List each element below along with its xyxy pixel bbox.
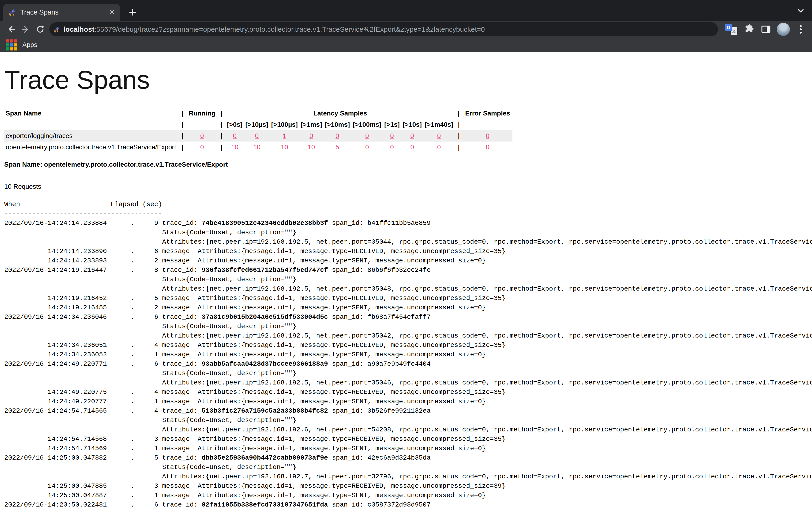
tab-search-chevron-icon[interactable] <box>797 8 805 14</box>
url-host: localhost <box>63 25 94 33</box>
summary-header-row: Span Name | Running | Latency Samples | … <box>4 108 512 119</box>
menu-kebab-icon[interactable] <box>793 22 808 37</box>
latency-count-cell: 0 <box>423 142 455 153</box>
empty-cell <box>463 119 512 130</box>
sample-count-link[interactable]: 0 <box>437 132 441 139</box>
column-divider: | <box>455 108 463 119</box>
column-divider: | <box>455 142 463 153</box>
col-running: Running <box>187 108 217 119</box>
latency-bucket-label: [>1m40s] <box>423 119 455 130</box>
latency-count-cell: 10 <box>225 142 244 153</box>
span-summary-row: exporter/logging/traces|0|001000000|0 <box>4 130 512 142</box>
url-bar[interactable]: localhost:55679/debug/tracez?zspanname=o… <box>49 22 718 36</box>
sample-count-link[interactable]: 10 <box>253 144 261 151</box>
sample-count-link[interactable]: 0 <box>365 132 369 139</box>
latency-count-cell: 10 <box>299 142 323 153</box>
sample-count-link[interactable]: 0 <box>365 144 369 151</box>
latency-count-cell: 0 <box>225 130 244 142</box>
column-divider: | <box>217 119 225 130</box>
tab-close-icon[interactable]: ✕ <box>109 8 115 16</box>
col-latency-samples: Latency Samples <box>225 108 455 119</box>
error-count-cell: 0 <box>463 130 512 142</box>
sample-count-link[interactable]: 0 <box>486 132 490 139</box>
trace-id: dbb35e25936a90b4472cabb89073af9e <box>202 454 328 461</box>
latency-count-cell: 0 <box>351 142 383 153</box>
apps-grid-dot <box>14 47 17 50</box>
apps-grid-dot <box>10 40 13 43</box>
apps-grid-dot <box>6 47 9 50</box>
side-panel-icon[interactable] <box>758 22 773 37</box>
sample-count-link[interactable]: 5 <box>336 144 339 151</box>
sample-count-link[interactable]: 0 <box>200 132 204 139</box>
latency-count-cell: 1 <box>270 130 299 142</box>
sample-count-link[interactable]: 10 <box>281 144 288 151</box>
telescope-favicon <box>8 8 16 16</box>
latency-count-cell: 0 <box>401 130 423 142</box>
span-summary-row: opentelemetry.proto.collector.trace.v1.T… <box>4 142 512 153</box>
error-count-cell: 0 <box>463 142 512 153</box>
bucket-header-row: ||[>0s][>10µs][>100µs][>1ms][>10ms][>100… <box>4 119 512 130</box>
sample-count-link[interactable]: 0 <box>390 132 394 139</box>
sample-count-link[interactable]: 10 <box>308 144 315 151</box>
sample-count-link[interactable]: 0 <box>410 132 414 139</box>
extensions-puzzle-icon[interactable] <box>741 22 756 37</box>
profile-avatar[interactable] <box>776 22 791 37</box>
url-path: :55679/debug/tracez?zspanname=openteleme… <box>94 25 485 33</box>
forward-button[interactable] <box>18 22 33 37</box>
latency-count-cell: 5 <box>323 142 351 153</box>
latency-count-cell: 10 <box>270 142 299 153</box>
back-button[interactable] <box>4 22 18 37</box>
column-divider: | <box>455 130 463 142</box>
sample-count-link[interactable]: 0 <box>200 144 204 151</box>
column-divider: | <box>179 130 187 142</box>
apps-label[interactable]: Apps <box>22 41 37 49</box>
apps-grid-dot <box>6 44 9 47</box>
new-tab-button[interactable]: + <box>129 5 137 19</box>
sample-count-link[interactable]: 0 <box>390 144 394 151</box>
translate-g-glyph: G <box>725 24 732 31</box>
col-span-name: Span Name <box>4 108 179 119</box>
latency-count-cell: 0 <box>423 130 455 142</box>
column-divider: | <box>217 130 225 142</box>
browser-tab[interactable]: Trace Spans ✕ <box>3 4 120 21</box>
sample-count-link[interactable]: 0 <box>486 144 490 151</box>
page-title: Trace Spans <box>4 65 812 95</box>
sample-count-link[interactable]: 0 <box>437 144 441 151</box>
reload-button[interactable] <box>33 22 47 37</box>
latency-bucket-label: [>100µs] <box>270 119 299 130</box>
latency-count-cell: 0 <box>244 130 270 142</box>
apps-grid-dot <box>14 40 17 43</box>
sample-count-link[interactable]: 1 <box>283 132 287 139</box>
latency-bucket-label: [>1s] <box>383 119 401 130</box>
trace-log: When Elapsed (sec) ---------------------… <box>4 200 812 507</box>
empty-cell <box>187 119 217 130</box>
sample-count-link[interactable]: 0 <box>255 132 259 139</box>
latency-bucket-label: [>100ms] <box>351 119 383 130</box>
column-divider: | <box>179 119 187 130</box>
apps-grid-dot <box>14 44 17 47</box>
sample-count-link[interactable]: 0 <box>309 132 313 139</box>
latency-count-cell: 10 <box>244 142 270 153</box>
col-error-samples: Error Samples <box>463 108 512 119</box>
sample-count-link[interactable]: 0 <box>336 132 339 139</box>
browser-toolbar: localhost:55679/debug/tracez?zspanname=o… <box>0 21 812 38</box>
trace-id: 93abb5afcaa0428d37bccee9366188a9 <box>202 360 328 368</box>
latency-count-cell: 0 <box>401 142 423 153</box>
sample-count-link[interactable]: 0 <box>233 132 237 139</box>
column-divider: | <box>179 108 187 119</box>
page-content: Trace Spans Span Name | Running | Latenc… <box>0 52 812 507</box>
column-divider: | <box>455 119 463 130</box>
sample-count-link[interactable]: 10 <box>231 144 239 151</box>
span-name-cell: opentelemetry.proto.collector.trace.v1.T… <box>4 142 179 153</box>
trace-id: 37a81c9b615b204a6e515df533004d5c <box>202 313 328 321</box>
apps-grid-dot <box>10 44 13 47</box>
latency-count-cell: 0 <box>383 142 401 153</box>
apps-grid-icon[interactable] <box>6 40 17 50</box>
translate-icon[interactable]: 文 G <box>724 22 739 37</box>
telescope-favicon <box>53 26 60 33</box>
sample-count-link[interactable]: 0 <box>410 144 414 151</box>
trace-id: 82fa11055b338efcd733187347651fda <box>202 501 328 507</box>
column-divider: | <box>179 142 187 153</box>
latency-bucket-label: [>0s] <box>225 119 244 130</box>
apps-grid-dot <box>6 40 9 43</box>
